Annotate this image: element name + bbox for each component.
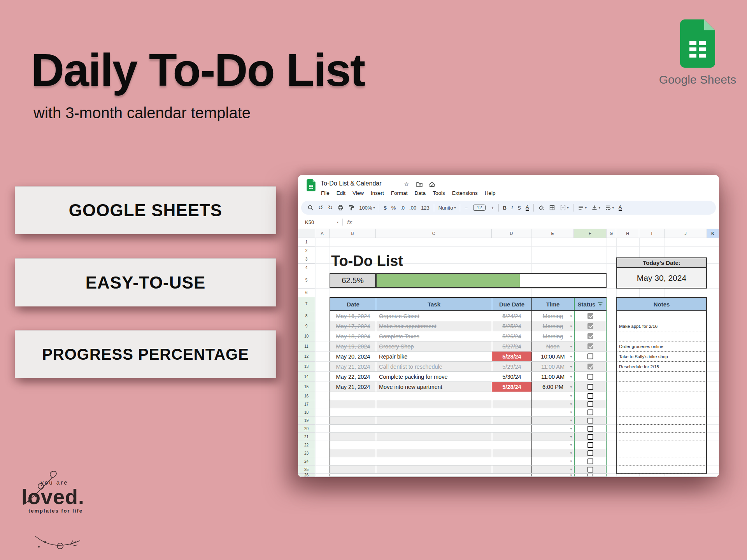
row-header-25[interactable]: 25 <box>298 466 315 474</box>
time-cell-row11[interactable]: Noon▾ <box>531 341 574 351</box>
time-dropdown-row25[interactable]: ▾ <box>570 467 572 471</box>
status-cell-row13[interactable] <box>574 362 607 371</box>
time-cell-row12[interactable]: 10:00 AM▾ <box>531 352 574 361</box>
table-header-date[interactable]: Date <box>330 298 376 310</box>
due-cell-row17[interactable] <box>492 400 531 408</box>
time-dropdown-row19[interactable]: ▾ <box>570 418 572 422</box>
notes-row-18[interactable] <box>617 408 706 416</box>
status-cell-row18[interactable] <box>574 408 607 416</box>
status-cell-row17[interactable] <box>574 400 607 408</box>
time-dropdown-row8[interactable]: ▾ <box>570 314 572 318</box>
task-cell-row12[interactable]: Repair bike <box>376 352 492 361</box>
time-cell-row16[interactable]: ▾ <box>531 392 574 400</box>
notes-row-16[interactable] <box>617 392 706 400</box>
task-cell-row17[interactable] <box>376 400 492 408</box>
status-cell-row15[interactable] <box>574 382 607 392</box>
status-checkbox-row21[interactable] <box>587 434 593 440</box>
zoom-select[interactable]: 100%▾ <box>357 204 377 212</box>
percent-format-button[interactable]: % <box>389 204 398 212</box>
due-cell-row9[interactable]: 5/25/24 <box>492 321 531 331</box>
font-select[interactable]: Nunito▾ <box>436 204 458 212</box>
menu-view[interactable]: View <box>349 189 367 197</box>
status-cell-row10[interactable] <box>574 331 607 341</box>
due-cell-row18[interactable] <box>492 408 531 416</box>
task-cell-row20[interactable] <box>376 425 492 432</box>
notes-row-14[interactable] <box>617 372 706 382</box>
date-cell-row26[interactable] <box>330 474 376 476</box>
row-header-21[interactable]: 21 <box>298 433 315 441</box>
date-cell-row10[interactable]: May 18, 2024 <box>330 331 376 341</box>
task-cell-row21[interactable] <box>376 433 492 441</box>
table-header-due[interactable]: Due Date <box>492 298 531 310</box>
notes-row-19[interactable] <box>617 416 706 425</box>
status-cell-row25[interactable] <box>574 466 607 473</box>
time-dropdown-row20[interactable]: ▾ <box>570 427 572 430</box>
time-cell-row23[interactable]: ▾ <box>531 449 574 457</box>
row-header-13[interactable]: 13 <box>298 362 315 372</box>
status-checkbox-row12[interactable] <box>587 354 593 359</box>
row-header-15[interactable]: 15 <box>298 382 315 392</box>
row-header-6[interactable]: 6 <box>298 289 315 297</box>
row-header-8[interactable]: 8 <box>298 311 315 321</box>
date-cell-row20[interactable] <box>330 425 376 432</box>
status-cell-row11[interactable] <box>574 341 607 351</box>
merge-cells-icon[interactable]: ▾ <box>558 204 571 212</box>
row-header-11[interactable]: 11 <box>298 341 315 352</box>
notes-row-11[interactable]: Order groceries online <box>617 341 706 352</box>
number-format-button[interactable]: 123 <box>419 204 432 212</box>
date-cell-row22[interactable] <box>330 441 376 449</box>
date-cell-row15[interactable]: May 21, 2024 <box>330 382 376 392</box>
date-cell-row12[interactable]: May 20, 2024 <box>330 352 376 361</box>
task-cell-row18[interactable] <box>376 408 492 416</box>
time-cell-row19[interactable]: ▾ <box>531 416 574 424</box>
column-header-d[interactable]: D <box>492 229 531 238</box>
row-header-1[interactable]: 1 <box>298 238 315 247</box>
status-checkbox-row24[interactable] <box>587 458 593 464</box>
due-cell-row22[interactable] <box>492 441 531 449</box>
date-cell-row13[interactable]: May 21, 2024 <box>330 362 376 371</box>
task-cell-row19[interactable] <box>376 416 492 424</box>
notes-row-9[interactable]: Make appt. for 2/16 <box>617 321 706 331</box>
row-header-18[interactable]: 18 <box>298 408 315 416</box>
vertical-align-icon[interactable]: ▾ <box>589 204 603 212</box>
column-header-e[interactable]: E <box>531 229 574 238</box>
date-cell-row11[interactable]: May 19, 2024 <box>330 341 376 351</box>
date-cell-row24[interactable] <box>330 457 376 465</box>
date-cell-row17[interactable] <box>330 400 376 408</box>
status-cell-row16[interactable] <box>574 392 607 400</box>
progress-percent-cell[interactable]: 62.5% <box>330 273 376 288</box>
task-cell-row11[interactable]: Grocery Shop <box>376 341 492 351</box>
status-cell-row21[interactable] <box>574 433 607 441</box>
time-cell-row8[interactable]: Morning▾ <box>531 311 574 321</box>
task-cell-row24[interactable] <box>376 457 492 465</box>
today-date-value[interactable]: May 30, 2024 <box>616 268 707 289</box>
increase-decimal-button[interactable]: .00 <box>407 204 419 212</box>
status-checkbox-row8[interactable] <box>587 313 593 319</box>
undo-icon[interactable]: ↺ <box>316 203 326 212</box>
table-header-status[interactable]: Status <box>574 298 607 310</box>
task-cell-row13[interactable]: Call dentist to reschedule <box>376 362 492 371</box>
time-cell-row13[interactable]: 11:00 AM▾ <box>531 362 574 371</box>
italic-button[interactable]: I <box>509 204 515 212</box>
due-cell-row25[interactable] <box>492 466 531 473</box>
time-cell-row22[interactable]: ▾ <box>531 441 574 449</box>
date-cell-row19[interactable] <box>330 416 376 424</box>
status-cell-row26[interactable] <box>574 474 607 476</box>
status-cell-row20[interactable] <box>574 425 607 432</box>
task-cell-row16[interactable] <box>376 392 492 400</box>
time-dropdown-row9[interactable]: ▾ <box>570 324 572 328</box>
sheet-title[interactable]: To-Do List <box>331 253 403 270</box>
date-cell-row25[interactable] <box>330 466 376 473</box>
status-cell-row8[interactable] <box>574 311 607 321</box>
move-folder-icon[interactable] <box>416 182 423 188</box>
notes-row-22[interactable] <box>617 441 706 449</box>
notes-row-21[interactable] <box>617 433 706 441</box>
notes-row-17[interactable] <box>617 400 706 408</box>
status-cell-row22[interactable] <box>574 441 607 449</box>
menu-extensions[interactable]: Extensions <box>449 189 481 197</box>
row-header-3[interactable]: 3 <box>298 255 315 264</box>
status-checkbox-row23[interactable] <box>587 450 593 456</box>
task-cell-row22[interactable] <box>376 441 492 449</box>
date-cell-row8[interactable]: May 16, 2024 <box>330 311 376 321</box>
due-cell-row24[interactable] <box>492 457 531 465</box>
